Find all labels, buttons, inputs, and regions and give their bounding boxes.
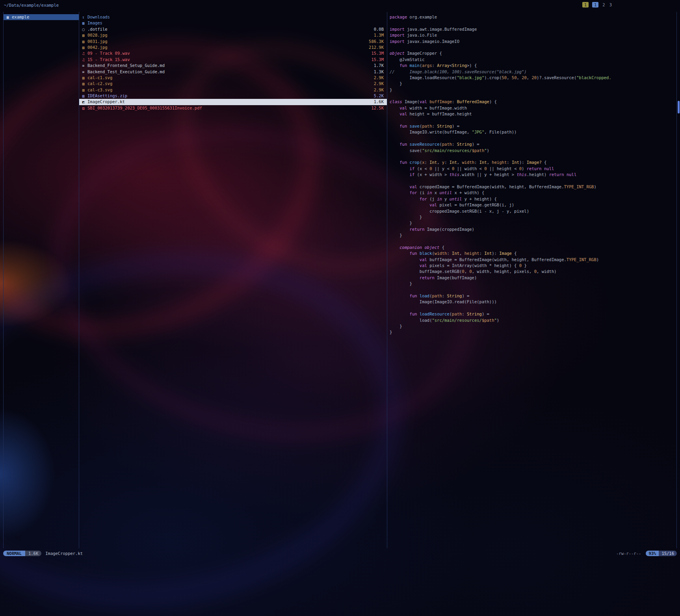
code-token: : xyxy=(474,160,479,165)
file-name: Backend_Test_Execution_Guide.md xyxy=(87,69,371,75)
code-token xyxy=(390,166,410,171)
code-token: ): xyxy=(492,251,499,256)
file-row[interactable]: ▧cal-c2.svg2.9K xyxy=(79,81,387,87)
code-token: ) { xyxy=(489,99,497,104)
file-name: IDEAsettings.zip xyxy=(87,93,371,99)
code-token: for xyxy=(420,197,427,201)
code-line xyxy=(390,305,676,311)
code-token xyxy=(390,111,399,116)
code-line: fun main(args: Array<String>) { xyxy=(390,63,676,69)
code-token xyxy=(390,275,420,280)
file-size: 1.3K xyxy=(374,69,384,75)
file-row[interactable]: ▦Images xyxy=(79,20,387,26)
file-size: 2.9K xyxy=(374,75,384,81)
code-line xyxy=(390,287,676,293)
preview-pane: package org.example import java.awt.imag… xyxy=(387,12,676,548)
top-bar: ~/Data/example/example 1123 xyxy=(0,0,680,11)
file-row[interactable]: ♫09 - Track 09.wav15.3M xyxy=(79,50,387,56)
code-line xyxy=(390,178,676,184)
code-line: class Image(val buffImage: BufferedImage… xyxy=(390,99,676,105)
code-line: return Image(buffImage) xyxy=(390,275,676,281)
scrollbar-thumb[interactable] xyxy=(678,101,680,113)
code-token: for xyxy=(410,190,417,195)
file-row[interactable]: ◩ImageCropper.kt1.6K xyxy=(79,99,387,105)
code-line: } xyxy=(390,329,676,335)
image-file-icon: ▨ xyxy=(81,32,86,38)
code-token: return xyxy=(420,275,435,280)
code-token: , xyxy=(517,75,522,80)
code-token: ) xyxy=(596,257,599,262)
file-row[interactable]: ▨0031.jpg586.3K xyxy=(79,39,387,45)
code-token: pixels = IntArray(width * height) { xyxy=(427,263,519,268)
code-token: Image xyxy=(499,251,512,256)
downloads-folder-icon: ↧ xyxy=(81,14,86,20)
code-token: : xyxy=(462,312,467,316)
code-token: height = buffImage.height xyxy=(407,111,472,116)
code-token: return xyxy=(527,166,542,171)
code-token: : xyxy=(432,124,437,128)
code-token: until xyxy=(439,190,452,195)
images-folder-icon: ▦ xyxy=(81,20,86,26)
code-token: : xyxy=(442,293,447,298)
code-token: .height) xyxy=(527,172,549,177)
code-token: save( xyxy=(390,148,422,153)
file-row[interactable]: ≡Backend_Frontend_Setup_Guide.md1.7K xyxy=(79,63,387,69)
status-right: -rw-r--r-- 93% 15/16 xyxy=(616,551,677,556)
code-token: save xyxy=(410,124,420,128)
status-left: NORMAL 1.6K ImageCropper.kt xyxy=(3,551,83,556)
code-token xyxy=(390,184,410,189)
tab-1[interactable]: 1 xyxy=(582,2,589,7)
file-row[interactable]: ▧cal-c1.svg2.9K xyxy=(79,75,387,81)
image-file-icon: ▨ xyxy=(81,39,86,45)
code-line xyxy=(390,93,676,99)
code-token: return xyxy=(549,172,564,177)
code-token: ) xyxy=(594,184,596,189)
file-manager-panes: ▦example ↧Downloads▦Images▢.dotfile0.0B▨… xyxy=(3,12,677,548)
code-token: val xyxy=(399,106,407,110)
code-line: return Image(croppedImage) xyxy=(390,226,676,232)
code-token: Int xyxy=(512,160,519,165)
file-row[interactable]: ▧cal-c3.svg2.9K xyxy=(79,87,387,93)
file-size: 2.9K xyxy=(374,87,384,93)
code-token: (x < xyxy=(414,166,429,171)
code-token: .width || y + height > xyxy=(459,172,517,177)
file-size: 212.9K xyxy=(369,45,384,50)
code-token: Array xyxy=(437,63,450,68)
file-permissions: -rw-r--r-- xyxy=(616,551,641,556)
code-line xyxy=(390,238,676,244)
code-line: for (j in y until y + height) { xyxy=(390,196,676,202)
code-token xyxy=(390,257,420,262)
code-line: for (i in x until x + width) { xyxy=(390,190,676,196)
tab-2[interactable]: 1 xyxy=(592,2,598,7)
file-row[interactable]: ▨0028.jpg1.3M xyxy=(79,32,387,38)
code-token: path xyxy=(442,142,452,147)
tab-4[interactable]: 3 xyxy=(609,2,612,7)
files-pane: ↧Downloads▦Images▢.dotfile0.0B▨0028.jpg1… xyxy=(79,12,387,548)
file-row[interactable]: ▨0042.jpg212.9K xyxy=(79,45,387,50)
code-token xyxy=(390,160,399,165)
code-token: , xyxy=(487,160,492,165)
code-token: path xyxy=(422,124,432,128)
code-token: if xyxy=(410,172,415,177)
file-row[interactable]: ▢.dotfile0.0B xyxy=(79,26,387,32)
code-token: in xyxy=(437,197,442,201)
code-token: "black.jpg" xyxy=(457,75,485,80)
tab-3[interactable]: 2 xyxy=(602,2,605,7)
code-token: this xyxy=(517,172,526,177)
code-token: import xyxy=(390,27,405,32)
file-row[interactable]: ▦example xyxy=(4,14,79,20)
code-token: : xyxy=(452,99,457,104)
file-row[interactable]: ▥IDEAsettings.zip5.2K xyxy=(79,93,387,99)
svg-file-icon: ▧ xyxy=(81,87,86,93)
code-token: ) xyxy=(522,166,527,171)
file-row[interactable]: ↧Downloads xyxy=(79,14,387,20)
file-row[interactable]: ▤SBI_0032013739_2023_DE05_0003155631Invo… xyxy=(79,105,387,111)
code-line: save("src/main/resources/$path") xyxy=(390,148,676,154)
svg-file-icon: ▧ xyxy=(81,75,86,81)
file-row[interactable]: ≡Backend_Test_Execution_Guide.md1.3K xyxy=(79,69,387,75)
code-token: } xyxy=(390,215,422,219)
code-line: buffImage.setRGB(0, 0, width, height, pi… xyxy=(390,269,676,275)
code-line: fun saveResource(path: String) = xyxy=(390,141,676,147)
code-token: fun xyxy=(399,63,407,68)
file-row[interactable]: ♫15 - Track 15.wav15.3M xyxy=(79,57,387,63)
